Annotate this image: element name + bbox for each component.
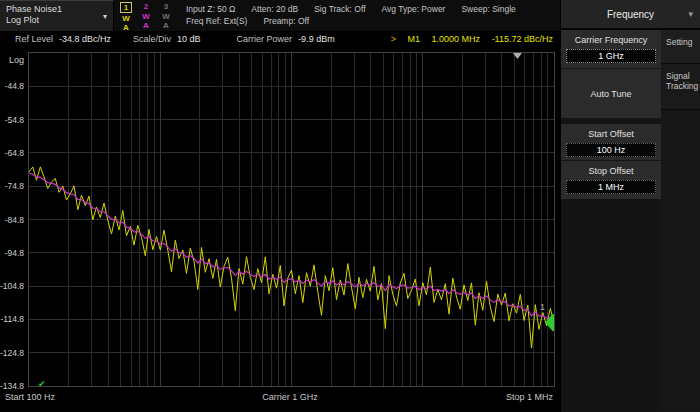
measurement-selector-dropdown[interactable]: Phase Noise1 Log Plot ▾ <box>0 0 114 31</box>
trace-1-selector[interactable]: 1 W A <box>119 2 133 32</box>
start-offset-label: Start Offset <box>561 124 661 140</box>
trace-number: 3 <box>164 2 168 11</box>
y-axis-tick-label: -114.8 <box>0 314 24 324</box>
y-axis-tick-label: -54.8 <box>0 115 24 125</box>
marker-x-value: 1.0000 MHz <box>432 34 481 44</box>
ref-level-value[interactable]: -34.8 dBc/Hz <box>59 34 111 44</box>
y-axis-labels: -44.8-54.8-64.8-74.8-84.8-94.8-104.8-114… <box>0 52 25 387</box>
y-axis-tick-label: -44.8 <box>0 81 24 91</box>
marker1-diamond[interactable] <box>545 313 554 331</box>
plot-area[interactable]: 1✔ <box>28 52 555 387</box>
preamp-status: Preamp: Off <box>263 15 309 27</box>
phase-noise-chart: 1✔ <box>29 53 554 386</box>
marker1-number-label: 1 <box>540 302 545 312</box>
panel-button-column: Carrier Frequency 1 GHz Auto Tune Start … <box>561 30 661 410</box>
y-axis-tick-label: -124.8 <box>0 348 24 358</box>
y-axis-tick-label: -94.8 <box>0 248 24 258</box>
trace-detector: W <box>142 12 150 21</box>
sweep-status: Sweep: Single <box>461 3 515 15</box>
marker-name: M1 <box>408 34 421 44</box>
ref-level-label[interactable]: Ref Level <box>15 34 53 44</box>
trace-number: 2 <box>144 2 148 11</box>
y-axis-tick-label: -64.8 <box>0 148 24 158</box>
stop-offset-value[interactable]: 1 MHz <box>566 180 656 194</box>
carrier-frequency-label: Carrier Frequency <box>561 30 661 46</box>
stop-offset-button[interactable]: Stop Offset 1 MHz <box>561 161 661 199</box>
x-axis-start-label: Start 100 Hz <box>5 392 55 402</box>
start-offset-value[interactable]: 100 Hz <box>566 143 656 157</box>
instrument-settings-summary: Input Z: 50 Ω Atten: 20 dB Sig Track: Of… <box>186 3 516 27</box>
trace-3-selector[interactable]: 3 W A <box>159 2 173 32</box>
panel-menu-dropdown[interactable]: Frequency ▾ <box>561 0 700 30</box>
trace-number: 1 <box>120 2 132 13</box>
marker1-readout: > M1 1.0000 MHz -115.72 dBc/Hz <box>391 34 553 44</box>
atten-status: Atten: 20 dB <box>251 3 298 15</box>
trace-2-selector[interactable]: 2 W A <box>139 2 153 32</box>
chevron-down-icon: ▾ <box>103 12 107 21</box>
y-axis-tick-label: -84.8 <box>0 215 24 225</box>
marker-active-icon: > <box>391 34 396 44</box>
carrier-power-value: -9.9 dBm <box>298 34 335 44</box>
trace-average: A <box>163 21 169 30</box>
tab-setting[interactable]: Setting <box>661 30 700 64</box>
tab-signal-tracking[interactable]: Signal Tracking <box>661 64 700 110</box>
measurement-view: Log Plot <box>6 15 107 26</box>
x-axis-carrier-label: Carrier 1 GHz <box>262 392 318 402</box>
y-axis-tick-label: -74.8 <box>0 181 24 191</box>
input-z-status: Input Z: 50 Ω <box>186 3 235 15</box>
phase-noise-analyzer-screen: { "header": { "meas_selector": { "line1"… <box>0 0 700 412</box>
measurement-complete-check-icon: ✔ <box>38 379 46 386</box>
trace-detector: W <box>162 12 170 21</box>
panel-tab-column: Setting Signal Tracking <box>661 30 700 410</box>
frequency-menu-panel: Frequency ▾ Carrier Frequency 1 GHz Auto… <box>560 0 700 412</box>
scale-div-label[interactable]: Scale/Div <box>133 34 171 44</box>
y-axis-tick-label: -104.8 <box>0 281 24 291</box>
trace-detector: W <box>122 14 130 23</box>
auto-tune-button[interactable]: Auto Tune <box>561 69 661 118</box>
sig-track-status: Sig Track: Off <box>314 3 365 15</box>
carrier-power-label: Carrier Power <box>237 34 293 44</box>
trace-average: A <box>123 23 129 32</box>
freq-ref-status: Freq Ref: Ext(S) <box>186 15 247 27</box>
measurement-settings-bar: Ref Level-34.8 dBc/HzScale/Div10 dBCarri… <box>0 34 560 49</box>
avg-type-status: Avg Type: Power <box>382 3 446 15</box>
scale-div-value[interactable]: 10 dB <box>177 34 201 44</box>
x-axis-stop-label: Stop 1 MHz <box>506 392 553 402</box>
start-offset-button[interactable]: Start Offset 100 Hz <box>561 124 661 160</box>
stop-offset-label: Stop Offset <box>561 161 661 177</box>
auto-tune-label: Auto Tune <box>590 89 631 99</box>
measurement-name: Phase Noise1 <box>6 4 107 15</box>
chevron-down-icon: ▾ <box>688 0 693 29</box>
carrier-frequency-value[interactable]: 1 GHz <box>566 49 656 63</box>
y-axis-tick-label: -134.8 <box>0 381 24 391</box>
trace-legend: 1 W A 2 W A 3 W A <box>119 2 173 32</box>
x-axis-annotation-bar: Start 100 Hz Carrier 1 GHz Stop 1 MHz <box>0 392 560 408</box>
panel-title: Frequency <box>607 9 654 20</box>
trace-average: A <box>143 21 149 30</box>
marker-y-value: -115.72 dBc/Hz <box>492 34 553 44</box>
carrier-frequency-button[interactable]: Carrier Frequency 1 GHz <box>561 30 661 68</box>
top-status-bar: Phase Noise1 Log Plot ▾ 1 W A 2 W A 3 W … <box>0 0 560 31</box>
